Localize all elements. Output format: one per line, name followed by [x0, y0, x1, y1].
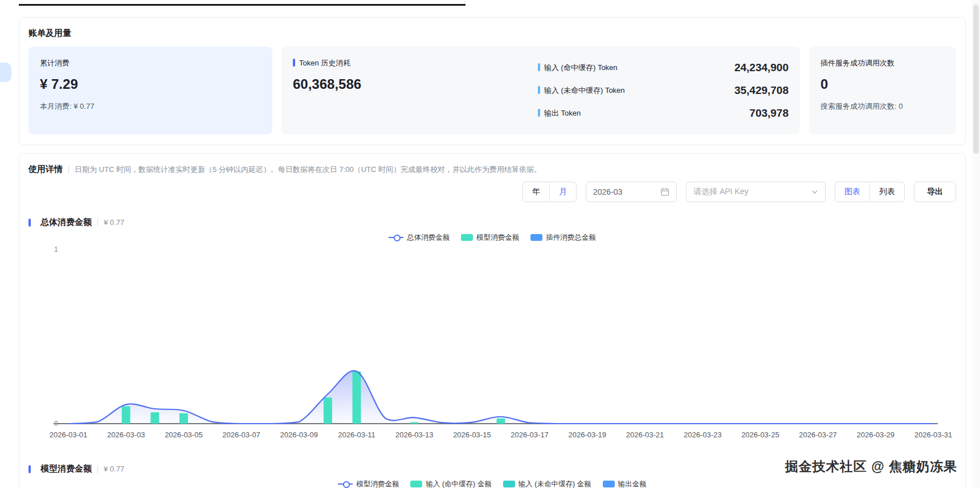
total-chart-amount: ¥ 0.77: [104, 218, 124, 227]
legend-item-output[interactable]: 输出金额: [603, 479, 647, 488]
token-row-value: 35,429,708: [734, 84, 789, 97]
model-chart-amount: ¥ 0.77: [104, 465, 124, 473]
header-divider: [97, 465, 98, 473]
token-total-label: Token 历史消耗: [293, 58, 538, 68]
view-segmented-control: 图表 列表: [835, 182, 905, 202]
period-year-tab[interactable]: 年: [523, 182, 549, 202]
section-marker-icon: [28, 219, 31, 227]
legend-item-total[interactable]: 总体消费金额: [389, 233, 450, 243]
cumulative-spend-card: 累计消费 ¥ 7.29 本月消费: ¥ 0.77: [28, 47, 272, 134]
total-chart-title: 总体消费金额: [40, 217, 92, 228]
header-divider: [97, 219, 98, 227]
usage-detail-title: 使用详情: [28, 164, 63, 175]
token-row-label: 输入 (未命中缓存) Token: [538, 85, 625, 96]
section-marker-icon: [28, 465, 31, 473]
token-usage-card: Token 历史消耗 60,368,586 输入 (命中缓存) Token 24…: [281, 47, 800, 134]
svg-text:2026-03-01: 2026-03-01: [50, 430, 88, 439]
billing-cards-row: 累计消费 ¥ 7.29 本月消费: ¥ 0.77 Token 历史消耗 60,3…: [28, 47, 956, 134]
bar-series-icon: [530, 234, 542, 241]
total-consumption-chart: 012026-03-012026-03-032026-03-052026-03-…: [28, 243, 956, 443]
token-total-value: 60,368,586: [293, 76, 538, 92]
token-row-value: 703,978: [749, 107, 789, 120]
view-chart-tab[interactable]: 图表: [835, 182, 869, 202]
bar-series-icon: [503, 481, 515, 487]
svg-text:1: 1: [54, 245, 58, 253]
token-row-value: 24,234,900: [734, 61, 789, 74]
sidebar-active-item[interactable]: [0, 63, 11, 82]
token-breakdown-block: 输入 (命中缓存) Token 24,234,900 输入 (未命中缓存) To…: [538, 58, 789, 123]
watermark-text: 掘金技术社区 @ 焦糖奶冻果: [785, 458, 957, 475]
line-series-icon: [338, 481, 353, 487]
legend-item-plugin[interactable]: 插件消费总金额: [530, 233, 596, 243]
chevron-down-icon: [811, 188, 818, 195]
page-top-edge: [19, 4, 466, 6]
plugin-calls-label: 插件服务成功调用次数: [820, 58, 945, 68]
svg-text:2026-03-29: 2026-03-29: [857, 430, 895, 439]
svg-text:2026-03-13: 2026-03-13: [395, 430, 434, 439]
usage-detail-section: 使用详情 日期为 UTC 时间，数据统计准实时更新（5 分钟以内延迟）。每日数据…: [19, 153, 966, 488]
token-row-cache-miss: 输入 (未命中缓存) Token 35,429,708: [538, 82, 789, 99]
legend-item-model[interactable]: 模型消费金额: [461, 233, 519, 243]
svg-text:2026-03-17: 2026-03-17: [511, 430, 549, 439]
search-calls-label: 搜索服务成功调用次数: 0: [820, 101, 945, 112]
svg-text:2026-03-23: 2026-03-23: [684, 430, 722, 439]
plugin-calls-card: 插件服务成功调用次数 0 搜索服务成功调用次数: 0: [809, 47, 956, 134]
billing-section: 账单及用量 累计消费 ¥ 7.29 本月消费: ¥ 0.77 Token 历史消…: [19, 17, 966, 145]
bar-series-icon: [461, 234, 473, 241]
cumulative-spend-label: 累计消费: [40, 58, 261, 68]
svg-text:2026-03-27: 2026-03-27: [799, 430, 837, 439]
svg-text:2026-03-11: 2026-03-11: [338, 430, 375, 439]
api-key-select[interactable]: 请选择 API Key: [686, 182, 826, 202]
token-row-marker-icon: [538, 86, 540, 94]
legend-item-input-hit[interactable]: 输入 (命中缓存) 金额: [410, 479, 491, 488]
calendar-icon: [660, 187, 669, 196]
token-row-marker-icon: [538, 109, 540, 117]
svg-text:2026-03-09: 2026-03-09: [280, 430, 318, 439]
token-row-label: 输出 Token: [538, 108, 581, 118]
scrollbar-thumb[interactable]: [973, 5, 979, 154]
usage-detail-header: 使用详情 日期为 UTC 时间，数据统计准实时更新（5 分钟以内延迟）。每日数据…: [28, 164, 956, 175]
view-list-tab[interactable]: 列表: [870, 182, 904, 202]
svg-text:2026-03-19: 2026-03-19: [569, 430, 607, 439]
bar-series-icon: [603, 481, 615, 487]
total-chart-header: 总体消费金额 ¥ 0.77: [28, 217, 956, 228]
svg-text:2026-03-03: 2026-03-03: [107, 430, 145, 439]
header-divider: [68, 166, 69, 174]
month-date-picker[interactable]: 2026-03: [586, 182, 677, 202]
token-row-label: 输入 (命中缓存) Token: [538, 63, 618, 73]
svg-text:2026-03-31: 2026-03-31: [914, 430, 953, 439]
svg-text:2026-03-21: 2026-03-21: [626, 430, 664, 439]
api-key-placeholder: 请选择 API Key: [693, 187, 748, 197]
svg-text:2026-03-07: 2026-03-07: [222, 430, 260, 439]
model-chart-legend: 模型消费金额 输入 (命中缓存) 金额 输入 (未命中缓存) 金额 输出金额: [28, 479, 956, 488]
period-month-tab[interactable]: 月: [550, 182, 576, 202]
svg-text:2026-03-15: 2026-03-15: [453, 430, 491, 439]
line-series-icon: [389, 234, 403, 241]
export-button[interactable]: 导出: [914, 182, 956, 202]
svg-text:0: 0: [54, 419, 58, 428]
billing-section-title: 账单及用量: [28, 28, 956, 39]
token-row-marker-icon: [538, 63, 540, 71]
legend-item-model-line[interactable]: 模型消费金额: [338, 479, 399, 488]
token-marker-icon: [293, 59, 295, 67]
period-segmented-control: 年 月: [522, 182, 577, 202]
date-picker-value: 2026-03: [593, 187, 622, 196]
legend-item-input-miss[interactable]: 输入 (未命中缓存) 金额: [503, 479, 591, 488]
plugin-calls-value: 0: [820, 76, 945, 92]
total-chart-legend: 总体消费金额 模型消费金额 插件消费总金额: [28, 232, 956, 243]
main-content: 账单及用量 累计消费 ¥ 7.29 本月消费: ¥ 0.77 Token 历史消…: [0, 0, 980, 488]
svg-text:2026-03-05: 2026-03-05: [165, 430, 203, 439]
svg-text:2026-03-25: 2026-03-25: [741, 430, 779, 439]
token-row-cache-hit: 输入 (命中缓存) Token 24,234,900: [538, 59, 789, 76]
bar-series-icon: [410, 481, 422, 487]
month-spend-label: 本月消费: ¥ 0.77: [40, 101, 261, 112]
model-chart-title: 模型消费金额: [40, 464, 92, 474]
token-total-block: Token 历史消耗 60,368,586: [293, 58, 538, 123]
usage-detail-note: 日期为 UTC 时间，数据统计准实时更新（5 分钟以内延迟）。每日数据将在次日 …: [75, 165, 541, 175]
cumulative-spend-amount: ¥ 7.29: [40, 76, 261, 92]
token-row-output: 输出 Token 703,978: [538, 105, 789, 122]
usage-controls-row: 年 月 2026-03 请选择 API Key 图表 列表: [28, 182, 956, 202]
